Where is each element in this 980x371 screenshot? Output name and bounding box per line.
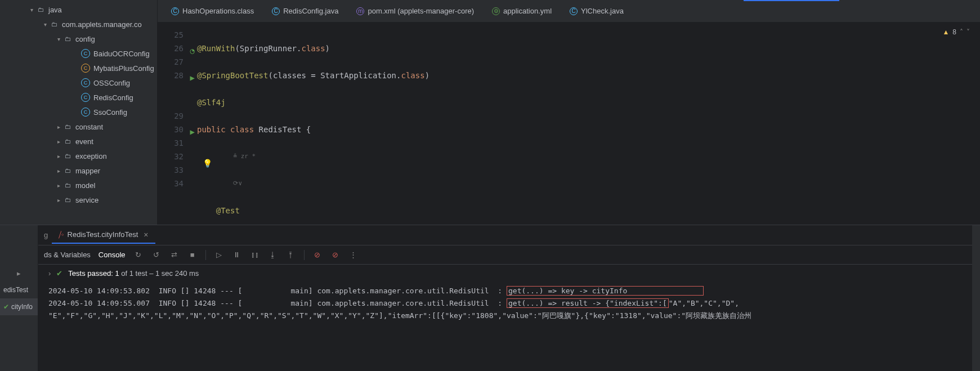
chevron-down-icon[interactable]: ˅: [966, 28, 970, 36]
expand-icon[interactable]: ▸: [0, 265, 38, 281]
step-icon[interactable]: ▷: [214, 250, 224, 260]
tree-label: MybatisPlusConfig: [93, 64, 154, 73]
chevron-right-icon[interactable]: ›: [48, 269, 51, 278]
annotation: @SpringBootTest: [197, 71, 268, 80]
scrollbar[interactable]: [972, 225, 980, 371]
chevron-up-icon[interactable]: ˄: [960, 28, 963, 36]
line-number[interactable]: [158, 190, 184, 204]
folder-icon: 🗀: [63, 166, 72, 175]
intention-bulb-icon[interactable]: 💡: [203, 157, 212, 170]
toggle-icon[interactable]: ⇄: [169, 250, 180, 260]
tree-label: mapper: [75, 167, 100, 175]
tree-label: java: [48, 6, 62, 14]
scrollbar[interactable]: ▲ 8 ˄ ˅: [973, 23, 980, 225]
author-hint: ≗ zr *: [197, 150, 973, 163]
chevron-icon[interactable]: ▸: [54, 153, 63, 159]
tree-item[interactable]: COSSConfig: [0, 75, 157, 90]
warning-count: 8: [952, 28, 956, 36]
stop-icon[interactable]: ■: [187, 250, 198, 260]
tree-item[interactable]: ▸🗀constant: [0, 119, 157, 134]
tree-label: model: [75, 181, 95, 190]
vcs-gutter-icon[interactable]: ◔: [187, 44, 195, 52]
tree-label: config: [75, 35, 95, 43]
pause-icon[interactable]: ⏸: [232, 250, 242, 260]
tree-label: com.applets.manager.co: [62, 20, 142, 29]
run-gutter-icon[interactable]: ▶: [187, 71, 195, 79]
editor-tab[interactable]: CYlCheck.java: [562, 0, 632, 22]
tree-item[interactable]: ▸🗀event: [0, 134, 157, 149]
run-gutter-icon[interactable]: ▶: [187, 125, 195, 133]
console-tab[interactable]: Console: [99, 251, 126, 259]
line-number[interactable]: 33: [158, 163, 184, 177]
threads-tab[interactable]: ds & Variables: [44, 251, 91, 259]
line-number[interactable]: [158, 82, 184, 96]
line-number[interactable]: 30▶: [158, 123, 184, 136]
line-number[interactable]: 32: [158, 150, 184, 163]
tree-item[interactable]: CRedisConfig: [0, 90, 157, 105]
chevron-icon[interactable]: ▸: [54, 138, 63, 145]
file-type-icon: C: [570, 7, 578, 15]
tree-item[interactable]: ▸🗀model: [0, 178, 157, 193]
test-node-class[interactable]: edisTest: [0, 281, 38, 298]
line-number[interactable]: 29: [158, 109, 184, 123]
tree-item[interactable]: CMybatisPlusConfig: [0, 61, 157, 75]
code-editor[interactable]: @RunWith(SpringRunner.class) @SpringBoot…: [197, 23, 973, 225]
more-icon[interactable]: ⋮: [348, 250, 359, 260]
inspection-badge[interactable]: ▲ 8 ˄ ˅: [942, 28, 970, 36]
file-type-icon: C: [272, 7, 280, 15]
chevron-icon[interactable]: ▸: [54, 124, 63, 130]
download-icon[interactable]: ⭳: [268, 250, 278, 260]
run-config-tab[interactable]: ⧸◦ RedisTest.cityInfoTest ×: [52, 227, 155, 244]
warning-icon: ▲: [942, 28, 949, 36]
tree-label: constant: [75, 123, 103, 131]
editor-tab[interactable]: CRedisConfig.java: [264, 0, 346, 22]
log-highlight: get(...) => key -> cityInfo: [507, 286, 704, 296]
tree-item[interactable]: ▾🗀config: [0, 32, 157, 46]
upload-icon[interactable]: ⭱: [286, 250, 296, 260]
layout-icon[interactable]: ⫿⫿: [250, 250, 260, 260]
project-tree-sidebar: ▾🗀java▾🗀com.applets.manager.co▾🗀configCB…: [0, 0, 158, 225]
filter-icon[interactable]: ⊘: [312, 250, 323, 260]
line-number[interactable]: 31: [158, 136, 184, 150]
tree-label: SsoConfig: [93, 108, 127, 117]
line-number[interactable]: 27: [158, 55, 184, 69]
file-type-icon: ⚙: [492, 7, 500, 15]
tree-item[interactable]: CBaiduOCRConfig: [0, 46, 157, 61]
chevron-icon[interactable]: ▸: [54, 168, 63, 174]
editor-tab[interactable]: CHashOperations.class: [163, 0, 262, 22]
chevron-icon[interactable]: ▾: [54, 36, 63, 42]
line-number[interactable]: 34: [158, 177, 184, 190]
chevron-icon[interactable]: ▸: [54, 197, 63, 203]
tree-label: BaiduOCRConfig: [93, 50, 150, 58]
editor-tab[interactable]: mpom.xml (applets-manager-core): [348, 0, 482, 22]
clear-icon[interactable]: ⊘: [330, 250, 341, 260]
line-number[interactable]: 26◔: [158, 42, 184, 55]
class-icon: C: [81, 49, 90, 58]
line-number[interactable]: [158, 204, 184, 217]
console-output[interactable]: 2024-05-10 14:09:53.802 INFO [] 14248 --…: [38, 281, 972, 371]
folder-icon: 🗀: [36, 5, 45, 14]
chevron-icon[interactable]: ▾: [41, 21, 50, 28]
tree-item[interactable]: CSsoConfig: [0, 105, 157, 119]
test-node-method[interactable]: ✔cityInfo: [0, 298, 38, 315]
close-icon[interactable]: ×: [144, 230, 148, 239]
check-icon: ✔: [56, 269, 62, 278]
chevron-icon[interactable]: ▾: [27, 7, 36, 13]
tab-label: YlCheck.java: [581, 7, 624, 15]
line-number[interactable]: 28▶: [158, 69, 184, 82]
line-number[interactable]: 25: [158, 28, 184, 42]
tree-item[interactable]: ▾🗀java: [0, 2, 157, 17]
editor-tab[interactable]: ⚙application.yml: [484, 0, 560, 22]
tree-label: RedisConfig: [93, 93, 133, 102]
check-icon: ✔: [3, 303, 9, 311]
line-number[interactable]: [158, 96, 184, 109]
tree-item[interactable]: ▸🗀mapper: [0, 163, 157, 178]
tree-item[interactable]: ▸🗀service: [0, 193, 157, 207]
chevron-icon[interactable]: ▸: [54, 182, 63, 189]
tree-item[interactable]: ▸🗀exception: [0, 149, 157, 163]
rerun-failed-icon[interactable]: ↺: [151, 250, 162, 260]
tree-item[interactable]: ▾🗀com.applets.manager.co: [0, 17, 157, 32]
log-highlight: get(...) => result -> {"indexList":[: [507, 298, 669, 308]
rerun-icon[interactable]: ↻: [133, 250, 144, 260]
test-tree: ▸ edisTest ✔cityInfo: [0, 225, 38, 371]
